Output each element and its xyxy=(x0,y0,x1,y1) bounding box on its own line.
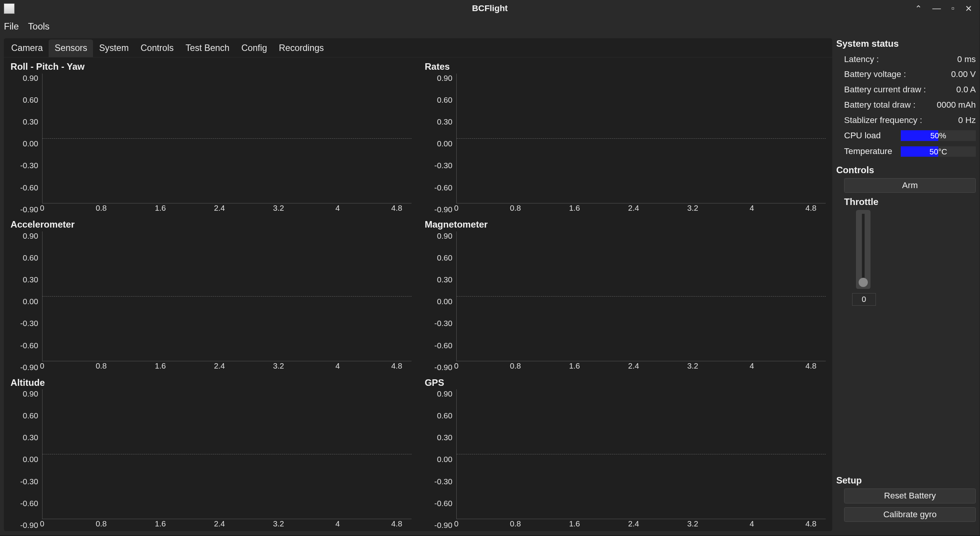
zero-gridline xyxy=(457,138,826,139)
x-tick: 2.4 xyxy=(628,519,639,528)
throttle-value: 0 xyxy=(852,293,876,306)
y-tick: -0.30 xyxy=(434,319,452,328)
x-tick: 0 xyxy=(40,203,44,213)
x-tick: 4 xyxy=(335,519,340,528)
tab-camera[interactable]: Camera xyxy=(5,39,49,57)
y-tick: -0.60 xyxy=(434,341,452,350)
plot-area[interactable] xyxy=(42,231,412,361)
current-row: Battery current draw : 0.0 A xyxy=(836,82,976,97)
tab-system[interactable]: System xyxy=(93,39,134,57)
y-tick: 0.00 xyxy=(437,297,452,306)
y-axis: 0.900.600.300.00-0.30-0.60-0.90 xyxy=(11,389,42,530)
x-tick: 2.4 xyxy=(214,203,225,213)
titlebar: BCFlight ⌃ — ▫ ✕ xyxy=(0,0,980,17)
y-tick: 0.60 xyxy=(437,253,452,262)
x-tick: 3.2 xyxy=(273,361,284,370)
y-tick: -0.90 xyxy=(20,363,38,372)
y-axis: 0.900.600.300.00-0.30-0.60-0.90 xyxy=(425,389,456,530)
x-axis: 00.81.62.43.244.8 xyxy=(456,361,826,372)
y-tick: 0.90 xyxy=(437,389,452,398)
x-tick: 2.4 xyxy=(628,361,639,370)
controls-header: Controls xyxy=(836,165,976,175)
y-tick: 0.90 xyxy=(437,74,452,83)
plot-area[interactable] xyxy=(456,74,826,203)
temp-label: Temperature xyxy=(844,146,895,156)
x-tick: 1.6 xyxy=(569,361,580,370)
chart-title-rates: Rates xyxy=(425,61,826,72)
x-tick: 3.2 xyxy=(687,361,698,370)
y-axis: 0.900.600.300.00-0.30-0.60-0.90 xyxy=(425,231,456,372)
side-panel: System status Latency : 0 ms Battery vol… xyxy=(836,38,976,531)
window-up-icon[interactable]: ⌃ xyxy=(915,3,922,14)
y-tick: -0.90 xyxy=(20,205,38,214)
x-tick: 0.8 xyxy=(510,203,521,213)
x-tick: 1.6 xyxy=(155,361,166,370)
tab-testbench[interactable]: Test Bench xyxy=(180,39,235,57)
plot-area[interactable] xyxy=(456,231,826,361)
y-axis: 0.900.600.300.00-0.30-0.60-0.90 xyxy=(425,74,456,214)
throttle-thumb[interactable] xyxy=(859,278,868,287)
y-axis: 0.900.600.300.00-0.30-0.60-0.90 xyxy=(11,74,42,214)
voltage-value: 0.00 V xyxy=(951,69,976,79)
temp-row: Temperature 50°C xyxy=(836,144,976,159)
x-tick: 2.4 xyxy=(628,203,639,213)
y-tick: 0.30 xyxy=(23,433,38,442)
tab-controls[interactable]: Controls xyxy=(135,39,180,57)
controls-section: Controls Arm Throttle 0 xyxy=(836,165,976,306)
chart-rpy: Roll - Pitch - Yaw0.900.600.300.00-0.30-… xyxy=(4,57,418,215)
chart-title-accel: Accelerometer xyxy=(11,219,412,230)
x-tick: 1.6 xyxy=(569,203,580,213)
zero-gridline xyxy=(457,454,826,454)
y-tick: -0.90 xyxy=(434,363,452,372)
current-label: Battery current draw : xyxy=(844,85,926,95)
chart-body: 0.900.600.300.00-0.30-0.60-0.9000.81.62.… xyxy=(11,74,412,214)
menu-tools[interactable]: Tools xyxy=(28,21,49,32)
plot-area[interactable] xyxy=(42,389,412,519)
y-tick: 0.00 xyxy=(23,139,38,148)
y-tick: -0.60 xyxy=(20,183,38,192)
voltage-label: Battery voltage : xyxy=(844,69,906,79)
zero-gridline xyxy=(42,138,412,139)
y-tick: 0.90 xyxy=(23,389,38,398)
window-minimize-icon[interactable]: — xyxy=(932,3,941,13)
x-tick: 1.6 xyxy=(569,519,580,528)
app-window: BCFlight ⌃ — ▫ ✕ File Tools CameraSensor… xyxy=(0,0,980,535)
chart-alt: Altitude0.900.600.300.00-0.30-0.60-0.900… xyxy=(4,373,418,531)
x-tick: 4.8 xyxy=(391,361,402,370)
y-tick: 0.90 xyxy=(437,231,452,241)
x-tick: 4 xyxy=(750,361,754,370)
x-tick: 1.6 xyxy=(155,203,166,213)
x-tick: 0.8 xyxy=(96,203,107,213)
arm-button[interactable]: Arm xyxy=(844,178,976,193)
setup-header: Setup xyxy=(836,475,976,486)
latency-label: Latency : xyxy=(844,54,879,64)
cpu-bar: 50% xyxy=(901,130,976,141)
reset-battery-button[interactable]: Reset Battery xyxy=(844,488,976,503)
y-tick: 0.30 xyxy=(437,117,452,126)
y-tick: 0.60 xyxy=(23,95,38,105)
y-tick: 0.90 xyxy=(23,231,38,241)
y-tick: -0.90 xyxy=(434,205,452,214)
window-close-icon[interactable]: ✕ xyxy=(965,3,972,14)
chart-mag: Magnetometer0.900.600.300.00-0.30-0.60-0… xyxy=(418,215,832,373)
plot-area[interactable] xyxy=(42,74,412,203)
calibrate-gyro-button[interactable]: Calibrate gyro xyxy=(844,507,976,522)
tab-sensors[interactable]: Sensors xyxy=(49,39,93,57)
tab-config[interactable]: Config xyxy=(235,39,273,57)
plot-area[interactable] xyxy=(456,389,826,519)
chart-body: 0.900.600.300.00-0.30-0.60-0.9000.81.62.… xyxy=(425,74,826,214)
x-tick: 3.2 xyxy=(273,519,284,528)
menu-file[interactable]: File xyxy=(4,21,19,32)
temp-bar: 50°C xyxy=(901,146,976,157)
plot-wrap: 00.81.62.43.244.8 xyxy=(456,231,826,372)
window-maximize-icon[interactable]: ▫ xyxy=(951,3,954,13)
latency-row: Latency : 0 ms xyxy=(836,52,976,67)
y-tick: -0.30 xyxy=(434,477,452,486)
x-tick: 4.8 xyxy=(391,519,402,528)
throttle-slider[interactable] xyxy=(856,210,871,289)
y-tick: 0.60 xyxy=(437,95,452,105)
y-tick: 0.30 xyxy=(437,433,452,442)
tab-recordings[interactable]: Recordings xyxy=(273,39,330,57)
y-tick: -0.60 xyxy=(20,341,38,350)
cpu-row: CPU load 50% xyxy=(836,128,976,143)
